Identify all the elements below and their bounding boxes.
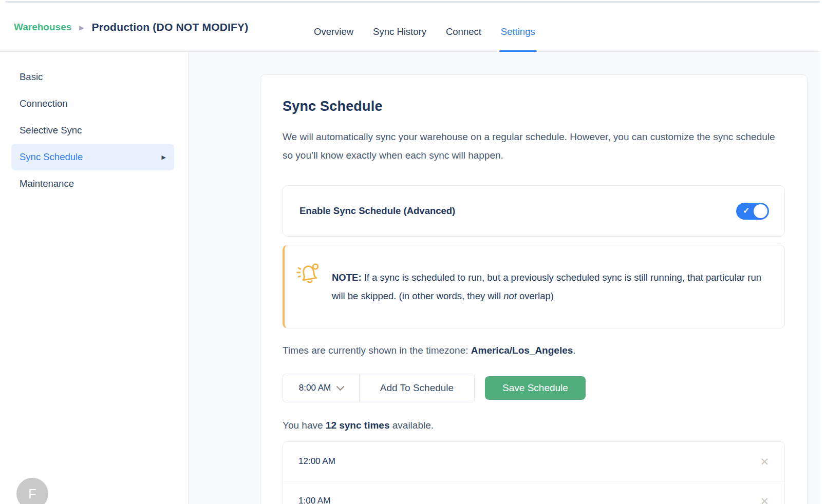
tab-connect[interactable]: Connect <box>444 3 483 51</box>
sidebar-item-connection[interactable]: Connection <box>0 90 188 117</box>
bell-icon <box>285 259 332 285</box>
availability-line: You have 12 sync times available. <box>283 420 785 431</box>
note-body-end: overlap) <box>517 290 554 301</box>
sidebar-item-maintenance[interactable]: Maintenance <box>0 170 188 197</box>
add-to-schedule-button[interactable]: Add To Schedule <box>360 374 475 402</box>
check-icon: ✓ <box>743 207 749 215</box>
sync-time-row: 1:00 AM ✕ <box>283 481 784 504</box>
close-icon[interactable]: ✕ <box>760 496 769 504</box>
save-schedule-button[interactable]: Save Schedule <box>485 376 586 400</box>
timezone-prefix: Times are currently shown in the timezon… <box>283 345 471 356</box>
sidebar-item-selective-sync[interactable]: Selective Sync <box>0 117 188 144</box>
note-prefix: NOTE: <box>332 272 362 283</box>
sync-times-list: 12:00 AM ✕ 1:00 AM ✕ <box>283 441 785 504</box>
header-tabs: Overview Sync History Connect Settings <box>312 3 537 51</box>
time-select-value: 8:00 AM <box>299 383 331 393</box>
breadcrumb: Warehouses ▶ Production (DO NOT MODIFY) <box>14 3 249 51</box>
tab-settings[interactable]: Settings <box>499 3 537 51</box>
tab-sync-history[interactable]: Sync History <box>371 3 428 51</box>
sync-time-value: 1:00 AM <box>298 496 330 504</box>
enable-sync-schedule-toggle[interactable]: ✓ <box>736 203 769 220</box>
close-icon[interactable]: ✕ <box>760 456 769 467</box>
time-select[interactable]: 8:00 AM <box>283 374 360 402</box>
sync-time-value: 12:00 AM <box>298 456 335 467</box>
note-italic-word: not <box>503 290 517 301</box>
enable-sync-schedule-row: Enable Sync Schedule (Advanced) ✓ <box>283 185 785 237</box>
availability-prefix: You have <box>283 420 326 431</box>
timezone-line: Times are currently shown in the timezon… <box>283 345 785 356</box>
timezone-value: America/Los_Angeles <box>471 345 573 356</box>
sidebar-item-label: Sync Schedule <box>20 151 83 163</box>
breadcrumb-arrow-icon: ▶ <box>79 23 84 31</box>
toggle-knob <box>754 204 767 218</box>
section-description: We will automatically sync your warehous… <box>283 128 776 165</box>
avatar[interactable]: F <box>16 478 48 504</box>
page-title: Production (DO NOT MODIFY) <box>92 21 249 33</box>
content-area: Basic Connection Selective Sync Sync Sch… <box>0 52 820 504</box>
chevron-right-icon: ▶ <box>162 154 166 161</box>
chevron-down-icon <box>336 383 345 391</box>
sidebar-item-basic[interactable]: Basic <box>0 64 188 90</box>
note-text: NOTE: If a sync is scheduled to run, but… <box>332 268 770 305</box>
sync-schedule-card: Sync Schedule We will automatically sync… <box>260 74 808 504</box>
sidebar-item-sync-schedule[interactable]: Sync Schedule ▶ <box>11 144 174 170</box>
timezone-suffix: . <box>573 345 575 356</box>
availability-suffix: available. <box>389 420 434 431</box>
tab-overview[interactable]: Overview <box>312 3 355 51</box>
section-title: Sync Schedule <box>283 99 785 114</box>
page-header: Warehouses ▶ Production (DO NOT MODIFY) … <box>0 3 820 52</box>
main-panel: Sync Schedule We will automatically sync… <box>189 52 820 504</box>
availability-count: 12 sync times <box>326 420 390 431</box>
sync-time-row: 12:00 AM ✕ <box>283 442 784 481</box>
enable-sync-schedule-label: Enable Sync Schedule (Advanced) <box>299 205 455 217</box>
breadcrumb-warehouses-link[interactable]: Warehouses <box>14 22 71 33</box>
note-callout: NOTE: If a sync is scheduled to run, but… <box>283 245 785 328</box>
schedule-controls: 8:00 AM Add To Schedule Save Schedule <box>283 374 785 402</box>
app-window: Warehouses ▶ Production (DO NOT MODIFY) … <box>0 0 825 504</box>
settings-sidebar: Basic Connection Selective Sync Sync Sch… <box>0 52 189 504</box>
